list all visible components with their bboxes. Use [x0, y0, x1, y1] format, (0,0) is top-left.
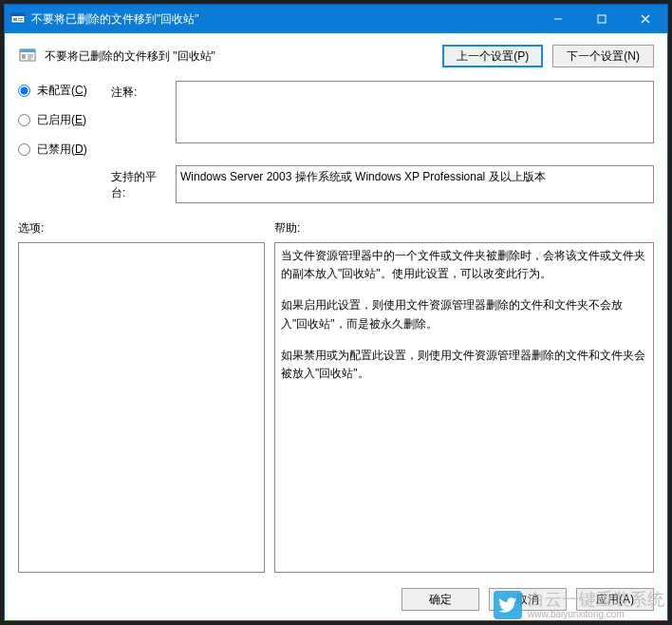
- dialog-window: 不要将已删除的文件移到"回收站" 不要将已删除的文件移到 "回收站" 上一个设置…: [4, 4, 668, 621]
- platform-label: 支持的平台:: [111, 165, 168, 201]
- footer: 确定 取消 应用(A): [5, 580, 667, 620]
- content-area: 不要将已删除的文件移到 "回收站" 上一个设置(P) 下一个设置(N) 未配置(…: [5, 33, 667, 580]
- previous-setting-button[interactable]: 上一个设置(P): [442, 45, 543, 67]
- policy-title: 不要将已删除的文件移到 "回收站": [45, 48, 433, 65]
- comment-textarea[interactable]: [176, 81, 654, 143]
- pane-labels: 选项: 帮助:: [18, 220, 654, 237]
- radio-column: 未配置(C) 已启用(E) 已禁用(D): [18, 81, 103, 158]
- window-title: 不要将已删除的文件移到"回收站": [31, 11, 536, 28]
- svg-rect-11: [22, 54, 26, 59]
- platform-text: Windows Server 2003 操作系统或 Windows XP Pro…: [180, 170, 546, 183]
- radio-not-configured[interactable]: 未配置(C): [18, 83, 103, 99]
- header-row: 不要将已删除的文件移到 "回收站" 上一个设置(P) 下一个设置(N): [18, 45, 654, 67]
- options-pane[interactable]: [18, 242, 265, 573]
- help-pane[interactable]: 当文件资源管理器中的一个文件或文件夹被删除时，会将该文件或文件夹的副本放入"回收…: [274, 242, 654, 573]
- panes: 当文件资源管理器中的一个文件或文件夹被删除时，会将该文件或文件夹的副本放入"回收…: [18, 242, 654, 573]
- svg-rect-2: [13, 18, 17, 21]
- config-grid: 未配置(C) 已启用(E) 已禁用(D) 注释: 支持的平台: Windows …: [18, 81, 654, 203]
- radio-not-configured-input[interactable]: [18, 85, 30, 97]
- radio-enabled[interactable]: 已启用(E): [18, 112, 103, 128]
- platform-box[interactable]: Windows Server 2003 操作系统或 Windows XP Pro…: [176, 165, 654, 203]
- help-label: 帮助:: [274, 220, 300, 237]
- titlebar[interactable]: 不要将已删除的文件移到"回收站": [5, 5, 667, 33]
- radio-disabled[interactable]: 已禁用(D): [18, 142, 103, 158]
- window-controls: [536, 5, 667, 33]
- minimize-button[interactable]: [536, 5, 580, 33]
- help-paragraph: 如果禁用或为配置此设置，则使用文件资源管理器删除的文件和文件夹会被放入"回收站"…: [281, 347, 647, 383]
- apply-button[interactable]: 应用(A): [576, 588, 654, 611]
- policy-icon: [18, 47, 37, 66]
- app-icon: [10, 11, 26, 27]
- svg-rect-1: [11, 13, 25, 16]
- maximize-button[interactable]: [580, 5, 624, 33]
- close-button[interactable]: [624, 5, 667, 33]
- radio-disabled-input[interactable]: [18, 143, 30, 156]
- cancel-button[interactable]: 取消: [489, 588, 567, 611]
- svg-rect-6: [598, 15, 606, 23]
- help-paragraph: 当文件资源管理器中的一个文件或文件夹被删除时，会将该文件或文件夹的副本放入"回收…: [281, 247, 647, 283]
- svg-rect-10: [20, 49, 35, 52]
- svg-rect-3: [18, 18, 23, 19]
- svg-rect-4: [18, 20, 23, 21]
- ok-button[interactable]: 确定: [401, 588, 479, 611]
- comment-label: 注释:: [111, 81, 168, 101]
- options-label: 选项:: [18, 220, 274, 237]
- help-paragraph: 如果启用此设置，则使用文件资源管理器删除的文件和文件夹不会放入"回收站"，而是被…: [281, 296, 647, 332]
- next-setting-button[interactable]: 下一个设置(N): [552, 45, 654, 67]
- radio-enabled-input[interactable]: [18, 114, 30, 126]
